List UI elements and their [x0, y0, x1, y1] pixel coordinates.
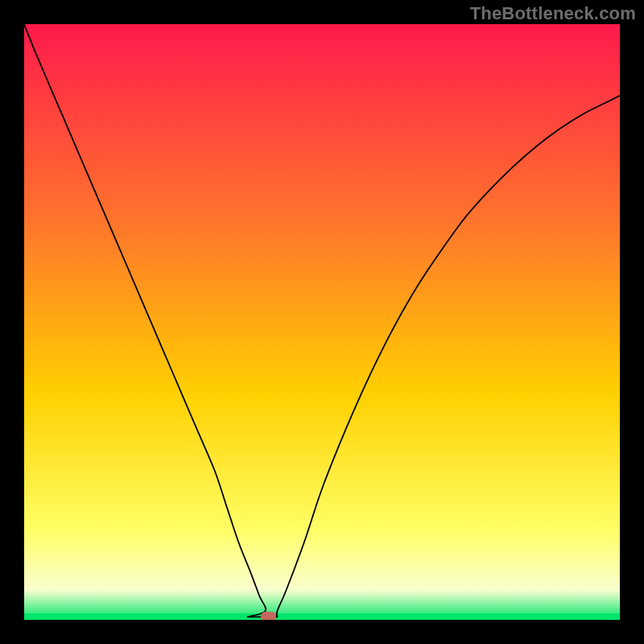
plot-area	[24, 24, 620, 620]
gradient-background	[24, 24, 620, 620]
attribution-text: TheBottleneck.com	[470, 3, 636, 24]
minimum-marker	[261, 612, 275, 620]
green-baseline-band	[24, 613, 620, 620]
chart-svg	[24, 24, 620, 620]
chart-frame: TheBottleneck.com	[0, 0, 644, 644]
